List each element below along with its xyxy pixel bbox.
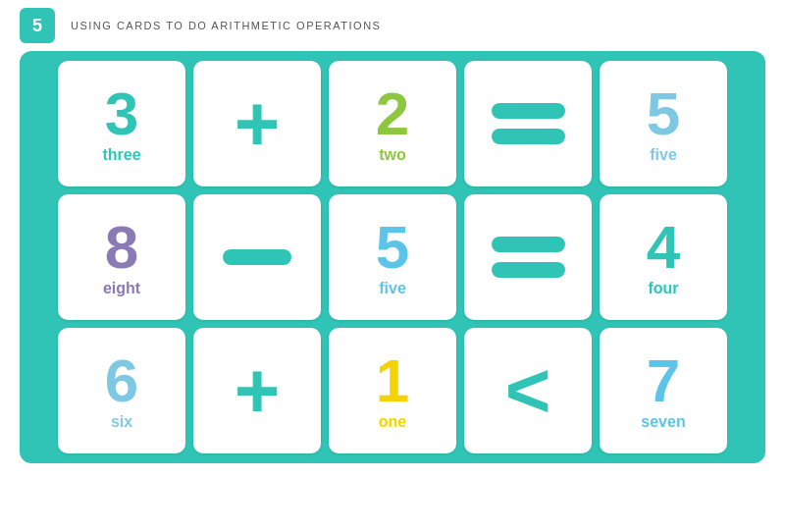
card-5-five-row2: 5 five xyxy=(329,194,456,320)
digit-6: 6 xyxy=(105,350,138,411)
equals-icon-1 xyxy=(492,103,565,144)
main-container: 3 three + 2 two 5 five 8 eight xyxy=(20,51,765,463)
card-5-five: 5 five xyxy=(600,61,727,186)
digit-1: 1 xyxy=(376,350,409,411)
lesson-badge: 5 xyxy=(20,8,55,43)
page-title: USING CARDS TO DO ARITHMETIC OPERATIONS xyxy=(71,20,381,31)
word-eight: eight xyxy=(103,280,140,297)
word-three: three xyxy=(102,146,140,164)
card-7-seven: 7 seven xyxy=(600,328,727,453)
page-header: 5 USING CARDS TO DO ARITHMETIC OPERATION… xyxy=(0,0,785,51)
word-seven: seven xyxy=(641,413,685,431)
word-two: two xyxy=(379,146,406,164)
card-equals-2 xyxy=(464,194,592,320)
card-minus xyxy=(193,194,321,320)
card-8-eight: 8 eight xyxy=(58,194,185,320)
row-1: 3 three + 2 two 5 five xyxy=(29,61,756,186)
row-3: 6 six + 1 one < 7 seven xyxy=(29,328,756,453)
card-plus-2: + xyxy=(193,328,321,453)
equals-icon-2 xyxy=(492,237,565,278)
digit-5-row2: 5 xyxy=(376,217,409,278)
card-6-six: 6 six xyxy=(58,328,185,453)
digit-3: 3 xyxy=(105,83,138,144)
digit-4: 4 xyxy=(647,217,680,278)
card-equals-1 xyxy=(464,61,592,186)
plus-icon: + xyxy=(235,84,281,163)
card-plus-1: + xyxy=(193,61,321,186)
plus-icon-2: + xyxy=(235,351,281,430)
minus-icon xyxy=(223,249,291,265)
card-1-one: 1 one xyxy=(329,328,456,453)
digit-2: 2 xyxy=(376,83,409,144)
word-four: four xyxy=(648,280,678,297)
digit-8: 8 xyxy=(105,217,138,278)
digit-5-row1: 5 xyxy=(647,83,680,144)
word-five-row2: five xyxy=(379,280,406,297)
word-five-row1: five xyxy=(650,146,677,164)
row-2: 8 eight 5 five 4 four xyxy=(29,194,756,320)
digit-7: 7 xyxy=(647,350,680,411)
card-3-three: 3 three xyxy=(58,61,185,186)
card-2-two: 2 two xyxy=(329,61,456,186)
card-4-four: 4 four xyxy=(600,194,727,320)
card-lessthan: < xyxy=(464,328,592,453)
less-than-icon: < xyxy=(505,351,551,430)
word-six: six xyxy=(111,413,132,431)
word-one: one xyxy=(379,413,406,431)
